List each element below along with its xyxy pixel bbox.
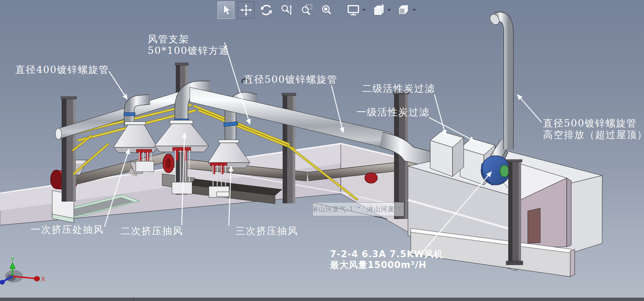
watermark-text: `淋山河废气-1`" `淋山河废气`" bbox=[313, 205, 404, 214]
triad-y-label: Y bbox=[10, 256, 15, 263]
orientation-triad: Y X bbox=[0, 255, 59, 290]
display-style-button[interactable] bbox=[345, 1, 362, 19]
filter-box-1 bbox=[430, 131, 464, 177]
view-orientation-dropdown[interactable] bbox=[412, 2, 417, 18]
annotation-carbon-filter-2: 二级活性炭过滤 bbox=[362, 83, 435, 94]
view-orientation-button[interactable] bbox=[395, 1, 412, 19]
triad-x-label: X bbox=[41, 276, 45, 283]
annotation-duct-support: 风管支架50*100镀锌方通 bbox=[148, 33, 229, 56]
annotation-stack: 直径500镀锌螺旋管高空排放（超过屋顶） bbox=[543, 117, 644, 140]
display-style-dropdown[interactable] bbox=[362, 2, 367, 18]
apply-scene-dropdown[interactable] bbox=[387, 2, 392, 18]
column-e[interactable] bbox=[506, 160, 523, 265]
pan-button[interactable] bbox=[238, 1, 254, 19]
annotation-carbon-filter-1: 一级活性炭过滤 bbox=[356, 106, 430, 118]
model-scene[interactable] bbox=[0, 0, 644, 301]
taskbar-divider bbox=[133, 298, 134, 301]
select-button[interactable] bbox=[218, 1, 234, 19]
hood-1 bbox=[113, 122, 157, 153]
select-cursor-icon bbox=[220, 4, 232, 16]
zoom-in-out-icon bbox=[280, 4, 293, 16]
apply-scene-icon bbox=[372, 3, 385, 17]
door bbox=[528, 208, 540, 243]
rotate-view-button[interactable] bbox=[258, 1, 275, 19]
apply-scene-button[interactable] bbox=[370, 1, 387, 19]
zoom-to-area-button[interactable] bbox=[298, 1, 315, 19]
bottom-taskbar-edge[interactable] bbox=[0, 298, 644, 301]
view-orientation-group bbox=[395, 1, 417, 19]
zoom-in-out-button[interactable] bbox=[278, 1, 295, 19]
annotation-duct-500: 直径500镀锌螺旋管 bbox=[244, 74, 337, 85]
annotation-extraction-1: 一次挤压处抽风 bbox=[31, 224, 104, 235]
annotation-extraction-3: 三次挤压抽风 bbox=[235, 225, 298, 237]
apply-scene-group bbox=[370, 1, 392, 19]
hood-2 bbox=[155, 120, 209, 152]
annotation-duct-400: 直径400镀锌螺旋管 bbox=[15, 64, 109, 75]
zoom-to-fit-button[interactable] bbox=[319, 1, 335, 19]
watermark: `淋山河废气-1`" `淋山河废气`" bbox=[313, 202, 404, 216]
zoom-to-fit-icon bbox=[321, 4, 333, 16]
display-style-icon bbox=[347, 3, 360, 17]
view-toolbar bbox=[218, 1, 417, 19]
pan-icon bbox=[240, 4, 252, 16]
display-style-group bbox=[345, 1, 367, 19]
zoom-to-area-icon bbox=[300, 4, 313, 16]
annotation-extraction-2: 二次挤压抽风 bbox=[120, 225, 183, 237]
motor-hub-green bbox=[500, 165, 509, 177]
exhaust-stack[interactable] bbox=[488, 13, 509, 149]
annotation-fan-spec: 7-2-4 6.3A 7.5KW风机最大风量15000m³/H bbox=[330, 249, 443, 270]
rotate-view-icon bbox=[260, 3, 273, 17]
cad-viewport[interactable]: `淋山河废气-1`" `淋山河废气`" 直径400镀锌螺旋管 风管支架50*10… bbox=[0, 0, 644, 301]
view-orientation-icon bbox=[397, 3, 410, 17]
flange-red-2 bbox=[365, 173, 377, 183]
